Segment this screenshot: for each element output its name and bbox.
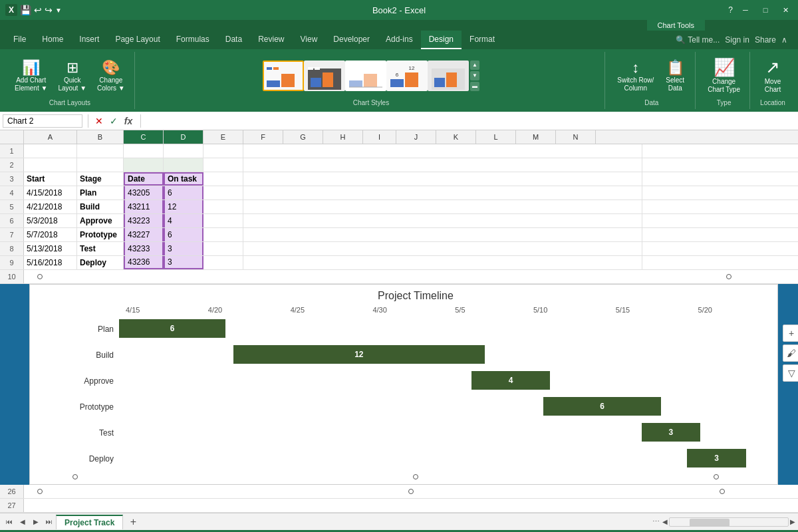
cell-d3[interactable]: On task: [164, 172, 203, 186]
chart-handle-br[interactable]: [714, 474, 719, 479]
cell-d5[interactable]: 12: [164, 200, 203, 213]
chart-handle-tl[interactable]: [37, 274, 43, 279]
gallery-more-arrow[interactable]: ▬: [470, 82, 479, 91]
cell-rest1[interactable]: [243, 144, 642, 158]
cell-d8[interactable]: 3: [164, 242, 203, 255]
chart-style-1[interactable]: [263, 61, 304, 91]
quick-layout-button[interactable]: ⊞ QuickLayout ▼: [54, 57, 90, 95]
cell-rest2[interactable]: [243, 158, 642, 172]
cell-rest6[interactable]: [243, 214, 642, 227]
cell-b6[interactable]: Approve: [77, 214, 124, 227]
cell-rest9[interactable]: [243, 256, 642, 269]
save-btn[interactable]: 💾: [20, 5, 31, 15]
chart-handle-bottom-r[interactable]: [720, 489, 725, 494]
select-data-button[interactable]: 📋 SelectData: [660, 57, 690, 95]
tab-file[interactable]: File: [5, 31, 34, 49]
col-header-e[interactable]: E: [203, 130, 243, 144]
cell-rest7[interactable]: [243, 228, 642, 241]
cell-d4[interactable]: 6: [164, 186, 203, 200]
change-colors-button[interactable]: 🎨 ChangeColors ▼: [93, 57, 129, 95]
switch-row-col-button[interactable]: ↕ Switch Row/Column: [613, 57, 658, 95]
cell-b3[interactable]: Stage: [77, 172, 124, 186]
col-header-b[interactable]: B: [77, 130, 124, 144]
chart-style-2[interactable]: [304, 61, 345, 91]
cell-d6[interactable]: 4: [164, 214, 203, 227]
col-header-n[interactable]: N: [556, 130, 596, 144]
cell-b8[interactable]: Test: [77, 242, 124, 255]
sign-in-btn[interactable]: Sign in: [725, 35, 749, 45]
col-header-g[interactable]: G: [283, 130, 323, 144]
tab-add-ins[interactable]: Add-ins: [378, 31, 421, 49]
cell-a2[interactable]: [24, 158, 77, 172]
cell-e1[interactable]: [203, 144, 243, 158]
tab-review[interactable]: Review: [250, 31, 292, 49]
cell-d7[interactable]: 6: [164, 228, 203, 241]
sheet-nav-prev[interactable]: ◀: [16, 515, 29, 529]
chart-filters-button[interactable]: ▽: [783, 364, 798, 382]
confirm-edit-button[interactable]: ✓: [107, 114, 120, 128]
share-btn[interactable]: Share: [755, 35, 776, 45]
cell-c4[interactable]: 43205: [124, 186, 164, 200]
close-button[interactable]: ✕: [778, 3, 793, 17]
function-wizard-button[interactable]: fx: [122, 114, 135, 128]
gallery-down-arrow[interactable]: ▼: [470, 71, 479, 80]
scroll-right-btn[interactable]: ▶: [790, 518, 795, 525]
col-header-l[interactable]: L: [476, 130, 516, 144]
cell-b2[interactable]: [77, 158, 124, 172]
cell-e9[interactable]: [203, 256, 243, 269]
cell-e6[interactable]: [203, 214, 243, 227]
sheet-nav-first[interactable]: ⏮: [3, 515, 16, 529]
sheet-nav-next[interactable]: ▶: [29, 515, 43, 529]
cell-c7[interactable]: 43227: [124, 228, 164, 241]
add-sheet-button[interactable]: +: [126, 515, 140, 529]
formula-input[interactable]: [146, 115, 795, 127]
chart-area[interactable]: Project Timeline 4/15 4/20 4/25 4/30 5/5…: [29, 284, 778, 485]
chart-elements-button[interactable]: +: [783, 325, 798, 342]
cell-d9[interactable]: 3: [164, 256, 203, 269]
col-header-m[interactable]: M: [516, 130, 556, 144]
col-header-d[interactable]: D: [164, 130, 203, 144]
tab-developer[interactable]: Developer: [325, 31, 378, 49]
col-header-c[interactable]: C: [124, 130, 164, 144]
sheet-options[interactable]: ⋯: [652, 517, 660, 526]
tab-design[interactable]: Design: [421, 31, 462, 49]
tab-format[interactable]: Format: [462, 31, 503, 49]
maximize-button[interactable]: □: [758, 3, 773, 17]
cell-rest4[interactable]: [243, 186, 642, 200]
chart-handle-bottom-c[interactable]: [408, 489, 414, 494]
tab-view[interactable]: View: [293, 31, 326, 49]
col-header-h[interactable]: H: [323, 130, 363, 144]
redo-btn[interactable]: ↪: [45, 5, 53, 15]
sheet-tab-project-track[interactable]: Project Track: [56, 515, 123, 529]
cell-b9[interactable]: Deploy: [77, 256, 124, 269]
cell-c8[interactable]: 43233: [124, 242, 164, 255]
name-box[interactable]: [3, 114, 82, 128]
horizontal-scrollbar[interactable]: ◀ ▶: [662, 517, 795, 527]
scroll-track[interactable]: [669, 517, 789, 527]
cell-a7[interactable]: 5/7/2018: [24, 228, 77, 241]
col-header-k[interactable]: K: [436, 130, 476, 144]
cell-c5[interactable]: 43211: [124, 200, 164, 213]
scroll-left-btn[interactable]: ◀: [662, 518, 668, 525]
cell-e5[interactable]: [203, 200, 243, 213]
customize-qat[interactable]: ▼: [55, 7, 62, 14]
cell-a9[interactable]: 5/16/2018: [24, 256, 77, 269]
cell-c2[interactable]: [124, 158, 164, 172]
cell-e3[interactable]: [203, 172, 243, 186]
chart-handle-tr[interactable]: [726, 274, 732, 279]
cell-d2[interactable]: [164, 158, 203, 172]
move-chart-button[interactable]: ↗ MoveChart: [758, 55, 787, 96]
cell-b7[interactable]: Prototype: [77, 228, 124, 241]
scroll-thumb[interactable]: [690, 519, 730, 527]
chart-styles-button[interactable]: 🖌: [783, 344, 798, 362]
tab-page-layout[interactable]: Page Layout: [107, 31, 168, 49]
chart-style-4[interactable]: 6 12: [386, 61, 428, 91]
cell-e2[interactable]: [203, 158, 243, 172]
cell-a6[interactable]: 5/3/2018: [24, 214, 77, 227]
cell-rest27[interactable]: [24, 499, 798, 512]
tab-insert[interactable]: Insert: [71, 31, 107, 49]
cell-a8[interactable]: 5/13/2018: [24, 242, 77, 255]
cell-c1[interactable]: [124, 144, 164, 158]
gallery-up-arrow[interactable]: ▲: [470, 61, 479, 70]
cell-e4[interactable]: [203, 186, 243, 200]
